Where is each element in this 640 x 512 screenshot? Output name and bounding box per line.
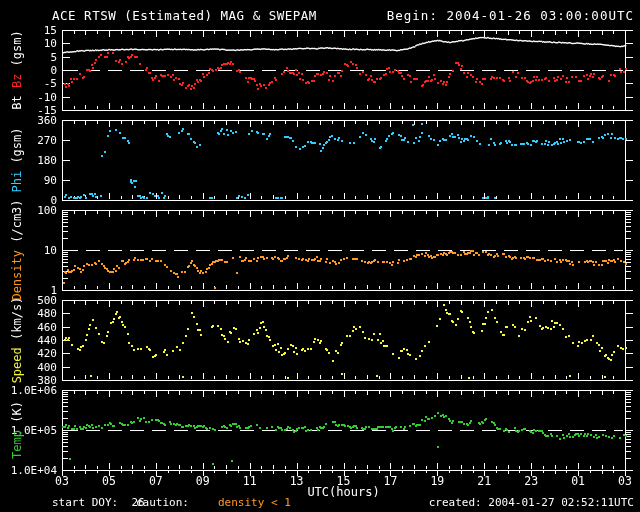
y-tick-label: -10 (0, 92, 57, 104)
y-tick-label: -5 (0, 78, 57, 90)
y-axis-title: Bt Bz (gsm) (10, 30, 24, 110)
y-tick-label: 10 (0, 38, 57, 50)
y-tick-label: 5 (0, 52, 57, 64)
y-tick-label: 440 (0, 335, 57, 347)
y-tick-label: 1.0E+06 (0, 385, 57, 397)
y-axis-title: Phi (gsm) (10, 127, 24, 192)
y-tick-label: 1.0E+05 (0, 425, 57, 437)
y-tick-label: 400 (0, 362, 57, 374)
y-tick-label: 460 (0, 322, 57, 334)
y-axis-title-part: Bt (10, 88, 24, 110)
y-tick-label: 90 (0, 175, 57, 187)
y-axis-title: Density (/cm3) (10, 199, 24, 300)
y-tick-label: 15 (0, 25, 57, 37)
y-axis-title-part: (gsm) (10, 30, 24, 73)
y-axis-title: Temp (K) (10, 401, 24, 459)
y-tick-label: 270 (0, 135, 57, 147)
plot-canvas (0, 0, 640, 512)
y-axis-title-part: Bz (10, 74, 24, 88)
ace-rtsw-plot: ACE RTSW (Estimated) MAG & SWEPAM Begin:… (0, 0, 640, 512)
y-axis-title-part: Speed (10, 347, 24, 383)
y-axis-title-part: Density (10, 250, 24, 301)
begin-timestamp: Begin: 2004-01-26 03:00:00UTC (387, 8, 634, 23)
y-axis-title: Speed (km/s) (10, 297, 24, 384)
y-tick-label: 360 (0, 115, 57, 127)
y-tick-label: 100 (0, 205, 57, 217)
y-axis-title-part: Phi (10, 171, 24, 193)
y-axis-title-part: (/cm3) (10, 199, 24, 250)
y-tick-label: 180 (0, 155, 57, 167)
created-timestamp: created: 2004-01-27 02:52:11UTC (429, 496, 634, 509)
chart-title: ACE RTSW (Estimated) MAG & SWEPAM (52, 8, 317, 23)
y-tick-label: 420 (0, 348, 57, 360)
y-tick-label: 10 (0, 245, 57, 257)
y-axis-title-part: (km/s) (10, 297, 24, 348)
y-tick-label: 500 (0, 295, 57, 307)
caution-label: caution: (136, 496, 189, 509)
y-axis-title-part: Temp (10, 430, 24, 459)
y-axis-title-part: (K) (10, 401, 24, 430)
caution-value: density < 1 (218, 496, 291, 509)
y-tick-label: 480 (0, 308, 57, 320)
y-axis-title-part: (gsm) (10, 127, 24, 170)
start-doy-label: start DOY: 26 (52, 496, 145, 509)
y-tick-label: 0 (0, 65, 57, 77)
